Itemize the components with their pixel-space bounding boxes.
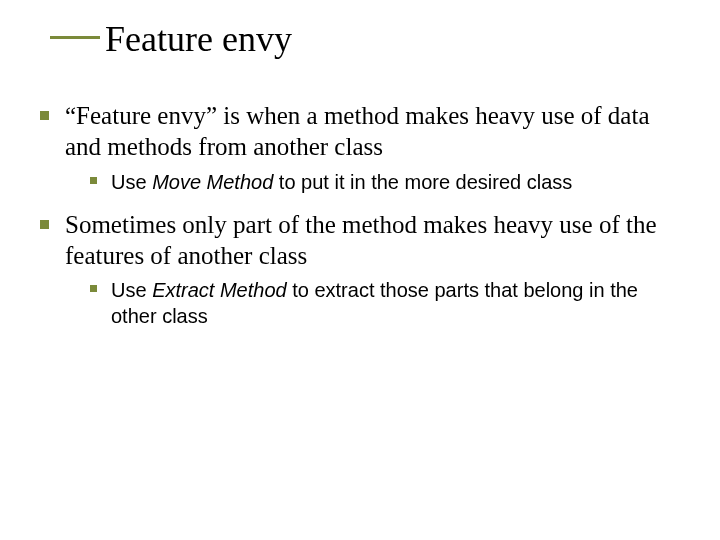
text-plain: Use <box>111 279 152 301</box>
text-plain: Use <box>111 171 152 193</box>
bullet-text: Use Extract Method to extract those part… <box>111 277 680 329</box>
text-plain: to put it in the more desired class <box>273 171 572 193</box>
bullet-text: Sometimes only part of the method makes … <box>65 209 680 272</box>
title-area: Feature envy <box>50 20 680 60</box>
slide-body: “Feature envy” is when a method makes he… <box>40 100 680 343</box>
text-italic: Move Method <box>152 171 273 193</box>
bullet-level2: Use Move Method to put it in the more de… <box>90 169 680 195</box>
text-italic: Extract Method <box>152 279 287 301</box>
bullet-text: Use Move Method to put it in the more de… <box>111 169 572 195</box>
square-bullet-icon <box>90 285 97 292</box>
square-bullet-icon <box>40 220 49 229</box>
bullet-level1: Sometimes only part of the method makes … <box>40 209 680 272</box>
title-rule <box>50 36 100 39</box>
bullet-level1: “Feature envy” is when a method makes he… <box>40 100 680 163</box>
square-bullet-icon <box>90 177 97 184</box>
slide: Feature envy “Feature envy” is when a me… <box>0 0 720 540</box>
bullet-text: “Feature envy” is when a method makes he… <box>65 100 680 163</box>
square-bullet-icon <box>40 111 49 120</box>
slide-title: Feature envy <box>105 20 680 60</box>
bullet-level2: Use Extract Method to extract those part… <box>90 277 680 329</box>
